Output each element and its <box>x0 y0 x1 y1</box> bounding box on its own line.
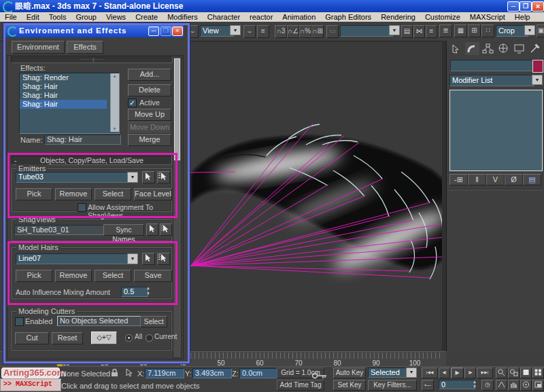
x-coordinate-field[interactable]: 7.119cm <box>145 368 184 378</box>
frame-spinner-down-icon[interactable]: ▼ <box>473 385 477 389</box>
move-down-button[interactable]: Move Down <box>128 122 171 134</box>
menu-customize[interactable]: Customize <box>420 12 465 22</box>
dialog-close-button[interactable]: × <box>172 26 183 36</box>
cutter-select-button[interactable]: Select <box>140 316 167 327</box>
view-dropdown[interactable]: View <box>200 25 234 37</box>
tab-modify[interactable] <box>465 42 479 55</box>
shagview-pick-multiple-cursor-button[interactable] <box>160 224 172 236</box>
angle-snap-icon[interactable]: ∩∠ <box>287 25 299 38</box>
align-icon[interactable]: ≡ <box>426 25 437 38</box>
frame-spinner-up-icon[interactable]: ▲ <box>473 380 477 384</box>
tab-hierarchy[interactable] <box>481 42 495 55</box>
min-max-toggle-button[interactable] <box>532 380 544 391</box>
zoom-button[interactable] <box>496 368 507 378</box>
make-unique-icon[interactable]: V <box>486 174 505 185</box>
menu-rendering[interactable]: Rendering <box>376 12 420 22</box>
pin-stack-icon[interactable]: -⊞ <box>449 174 468 185</box>
configure-modifier-sets-icon[interactable]: ▤ <box>523 174 541 185</box>
menu-modifiers[interactable]: Modifiers <box>163 12 203 22</box>
time-configuration-button[interactable]: ◷ <box>481 380 494 391</box>
dialog-scrollbar-thumb[interactable] <box>174 58 180 160</box>
frame-spinner[interactable]: ▲ ▼ <box>473 380 479 389</box>
menu-graph-editors[interactable]: Graph Editors <box>320 12 376 22</box>
tab-create[interactable] <box>449 42 464 55</box>
effects-listbox[interactable]: Shag: Render Shag: Hair Shag: Hair Shag:… <box>19 73 120 134</box>
next-frame-button[interactable]: |▶ <box>464 368 476 378</box>
modifier-list-dropdown[interactable]: Modifier List <box>449 75 534 86</box>
menu-group[interactable]: Group <box>71 12 101 22</box>
partial-rollout-strip[interactable]: ······ ·|······ <box>11 56 173 63</box>
modifier-list-arrow-icon[interactable]: ▼ <box>532 75 543 85</box>
go-to-start-button[interactable]: |◀◀ <box>422 368 438 378</box>
menu-tools[interactable]: Tools <box>44 12 71 22</box>
spinner-snap-icon[interactable]: ∩⊞ <box>311 25 324 38</box>
tab-effects[interactable]: Effects <box>67 41 103 54</box>
select-by-name-icon[interactable]: ▤ <box>401 25 413 38</box>
effects-list-item[interactable]: Shag: Hair <box>20 91 119 100</box>
maxscript-mini-listener[interactable]: >> MAXScript <box>0 378 61 391</box>
remove-modifier-icon[interactable]: Ø <box>505 174 523 185</box>
field-of-view-button[interactable] <box>496 380 507 391</box>
key-mode-dropdown[interactable]: Selected <box>368 368 410 378</box>
previous-frame-button[interactable]: ◀| <box>439 368 450 378</box>
menu-character[interactable]: Character <box>203 12 245 22</box>
render-type-dropdown[interactable]: Crop <box>496 25 528 37</box>
menu-help[interactable]: Help <box>510 12 535 22</box>
active-checkbox[interactable]: ✓ <box>128 99 137 107</box>
arc-rotate-button[interactable] <box>520 380 532 391</box>
menu-maxscript[interactable]: MAXScript <box>465 12 510 22</box>
scroll-up-icon[interactable]: ▲ <box>112 73 117 78</box>
tab-display[interactable] <box>512 42 526 55</box>
name-field[interactable]: Shag: Hair <box>44 135 121 145</box>
schematic-view-icon[interactable]: ⊞ <box>468 24 481 37</box>
menu-reactor[interactable]: reactor <box>245 12 277 22</box>
tab-motion[interactable] <box>496 42 511 55</box>
minimize-button[interactable]: ─ <box>507 1 520 12</box>
cutter-objects-field[interactable]: No Objects Selected <box>57 316 141 326</box>
percent-snap-icon[interactable]: ∩% <box>299 25 311 38</box>
track-dots-icon[interactable]: ∷ <box>481 24 494 37</box>
zoom-extents-all-button[interactable] <box>532 368 544 378</box>
edit-named-selections-icon[interactable]: ▭ <box>326 25 339 38</box>
play-button[interactable]: ▶ <box>451 368 464 378</box>
set-key-button[interactable]: Set Key <box>333 380 366 391</box>
menu-views[interactable]: Views <box>101 12 131 22</box>
show-end-result-icon[interactable]: ‖ <box>468 174 486 185</box>
shagview-name-field[interactable]: SH_Tube03_01 <box>14 225 105 235</box>
z-coordinate-field[interactable]: 0.0cm <box>239 368 279 378</box>
current-frame-field[interactable]: 0 <box>439 380 475 389</box>
cutters-enabled-checkbox[interactable] <box>15 317 24 326</box>
dialog-restore-button[interactable]: ❐ <box>160 26 171 36</box>
mirror-icon[interactable]: ⋈ <box>413 25 425 38</box>
effects-list-scrollbar[interactable]: ▲ ▼ <box>110 73 119 132</box>
layer-manager-icon[interactable]: ≣ <box>439 24 452 37</box>
render-type-arrow-icon[interactable]: ▼ <box>524 25 535 35</box>
tab-environment[interactable]: Environment <box>12 41 65 54</box>
delete-button[interactable]: Delete <box>128 84 171 96</box>
effects-list-item-selected[interactable]: Shag: Hair <box>20 100 107 109</box>
scroll-down-icon[interactable]: ▼ <box>112 126 117 131</box>
zoom-all-button[interactable] <box>508 368 520 378</box>
all-radio[interactable]: ● <box>125 334 133 342</box>
merge-button[interactable]: Merge <box>128 134 171 146</box>
current-radio[interactable] <box>146 334 153 342</box>
add-button[interactable]: Add... <box>128 69 171 81</box>
key-mode-arrow-icon[interactable]: ▼ <box>406 368 417 378</box>
named-selection-arrow-icon[interactable]: ▼ <box>389 25 400 35</box>
dialog-titlebar[interactable]: Environment and Effects ─ ❐ × <box>5 25 184 37</box>
pan-button[interactable] <box>508 380 520 391</box>
menu-edit[interactable]: Edit <box>22 12 44 22</box>
shagview-pick-cursor-button[interactable] <box>146 224 158 236</box>
curve-editor-icon[interactable]: ▦ <box>454 24 467 37</box>
tab-utilities[interactable] <box>528 42 542 55</box>
auto-key-button[interactable]: Auto Key <box>333 368 366 378</box>
modifier-stack-list[interactable] <box>449 90 543 171</box>
sync-names-button[interactable]: Sync Names <box>103 224 144 236</box>
move-up-button[interactable]: Move Up <box>128 109 171 121</box>
y-coordinate-field[interactable]: 3.493cm <box>192 368 232 378</box>
go-to-end-button[interactable]: ▶▶| <box>477 368 493 378</box>
effects-list-item[interactable]: Shag: Render <box>20 73 119 82</box>
object-name-field[interactable] <box>450 60 534 71</box>
zoom-extents-button[interactable] <box>520 368 532 378</box>
named-selection-dropdown[interactable] <box>340 25 393 37</box>
